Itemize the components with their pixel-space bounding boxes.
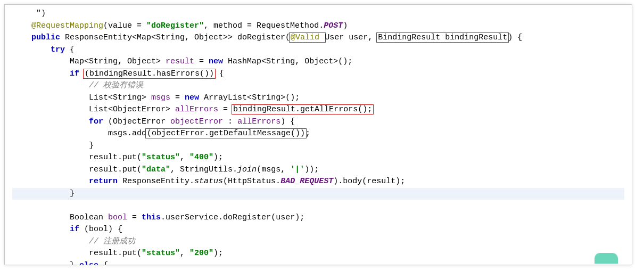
code-line: result.put("data", StringUtils.join(msgs…	[12, 164, 624, 176]
highlight-box: (objectError.getDefaultMessage())	[145, 128, 307, 138]
highlight-box: bindingResult.getAllErrors();	[232, 104, 374, 114]
code-line: result.put("status", "400");	[12, 152, 624, 164]
code-line: }	[12, 140, 624, 152]
code-line: return ResponseEntity.status(HttpStatus.…	[12, 176, 624, 188]
code-line: public ResponseEntity<Map<String, Object…	[12, 32, 624, 44]
code-line	[12, 200, 624, 212]
code-line: Boolean bool = this.userService.doRegist…	[12, 212, 624, 224]
chat-bubble-icon[interactable]	[595, 253, 618, 264]
code-line: msgs.add(objectError.getDefaultMessage()…	[12, 128, 624, 140]
comment: // 校验有错误	[89, 81, 143, 90]
code-line: ")	[12, 8, 624, 20]
code-line: for (ObjectError objectError : allErrors…	[12, 116, 624, 128]
annotation: @RequestMapping	[31, 21, 103, 30]
highlight-box: (bindingResult.hasErrors())	[83, 69, 216, 79]
code-line: if (bindingResult.hasErrors()) {	[12, 68, 624, 80]
code-line: Map<String, Object> result = new HashMap…	[12, 56, 624, 68]
code-line: // 注册成功	[12, 236, 624, 248]
code-line: try {	[12, 44, 624, 56]
code-line: if (bool) {	[12, 224, 624, 236]
code-line: } else {	[12, 260, 624, 266]
fragment: ")	[12, 9, 46, 18]
code-line: List<ObjectError> allErrors = bindingRes…	[12, 104, 624, 116]
highlight-box: @Valid	[289, 32, 326, 43]
highlight-box: BindingResult bindingResult	[376, 32, 509, 43]
code-line: @RequestMapping(value = "doRegister", me…	[12, 20, 624, 32]
code-snippet: ") @RequestMapping(value = "doRegister",…	[4, 4, 632, 265]
code-line-highlighted: }	[12, 188, 624, 200]
comment: // 注册成功	[89, 237, 135, 246]
code-line: // 校验有错误	[12, 80, 624, 92]
code-line: result.put("status", "200");	[12, 248, 624, 260]
code-line: List<String> msgs = new ArrayList<String…	[12, 92, 624, 104]
